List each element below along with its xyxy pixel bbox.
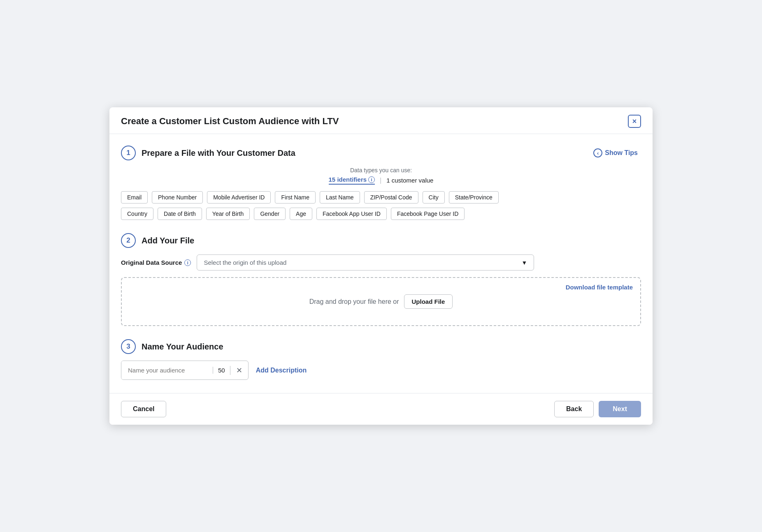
step3-section: 3 Name Your Audience 50 ✕ Add Descriptio… — [121, 339, 641, 380]
step2-section: 2 Add Your File Original Data Source i S… — [121, 233, 641, 326]
tag-item: State/Province — [449, 191, 499, 204]
next-button[interactable]: Next — [599, 401, 641, 417]
modal: Create a Customer List Custom Audience w… — [109, 107, 653, 425]
data-types-section: Data types you can use: 15 identifiers i… — [121, 167, 641, 185]
step1-section: 1 Prepare a File with Your Customer Data… — [121, 146, 641, 220]
close-button[interactable]: × — [628, 115, 641, 128]
origin-dropdown[interactable]: Select the origin of this upload ▼ — [197, 254, 534, 271]
step3-circle: 3 — [121, 339, 136, 354]
tag-item: Phone Number — [152, 191, 203, 204]
tag-item: City — [423, 191, 445, 204]
tag-item: Country — [121, 208, 153, 220]
step1-header: 1 Prepare a File with Your Customer Data… — [121, 146, 641, 160]
original-data-label: Original Data Source i — [121, 259, 191, 266]
tag-item: First Name — [275, 191, 315, 204]
tag-item: Gender — [254, 208, 286, 220]
identifiers-link[interactable]: 15 identifiers i — [329, 176, 375, 185]
step3-header: 3 Name Your Audience — [121, 339, 641, 354]
file-dropzone[interactable]: Download file template Drag and drop you… — [121, 277, 641, 326]
original-data-row: Original Data Source i Select the origin… — [121, 254, 641, 271]
tag-item: Facebook Page User ID — [391, 208, 465, 220]
customer-value-text: 1 customer value — [386, 177, 433, 184]
step1-title: Prepare a File with Your Customer Data — [142, 148, 295, 158]
data-types-label: Data types you can use: — [121, 167, 641, 173]
back-button[interactable]: Back — [554, 401, 594, 417]
original-data-info-icon: i — [184, 259, 191, 266]
step3-title: Name Your Audience — [142, 342, 223, 352]
tag-item: Mobile Advertiser ID — [207, 191, 271, 204]
modal-header: Create a Customer List Custom Audience w… — [109, 107, 653, 134]
identifiers-count-text: 15 identifiers — [329, 176, 367, 183]
origin-dropdown-text: Select the origin of this upload — [204, 259, 286, 266]
audience-name-row: 50 ✕ Add Description — [121, 361, 641, 380]
tag-item: Last Name — [320, 191, 360, 204]
upload-file-button[interactable]: Upload File — [404, 294, 453, 309]
dropdown-arrow-icon: ▼ — [522, 259, 527, 266]
show-tips-label: Show Tips — [605, 149, 638, 157]
cancel-button[interactable]: Cancel — [121, 401, 166, 417]
char-count: 50 — [213, 367, 230, 374]
audience-name-input[interactable] — [121, 361, 213, 379]
show-tips-button[interactable]: ‹ Show Tips — [590, 147, 641, 159]
step2-header: 2 Add Your File — [121, 233, 641, 248]
data-types-counts: 15 identifiers i | 1 customer value — [121, 176, 641, 185]
tag-item: Age — [290, 208, 312, 220]
tags-row-1: EmailPhone NumberMobile Advertiser IDFir… — [121, 191, 641, 204]
download-template-link[interactable]: Download file template — [566, 284, 633, 291]
drag-drop-text: Drag and drop your file here or — [309, 298, 399, 305]
tag-item: Email — [121, 191, 148, 204]
tag-item: Year of Birth — [206, 208, 250, 220]
step1-circle: 1 — [121, 146, 136, 160]
footer-right: Back Next — [554, 401, 641, 417]
divider-pipe: | — [380, 177, 381, 184]
info-icon: i — [368, 176, 375, 183]
tag-item: ZIP/Postal Code — [364, 191, 418, 204]
tag-item: Facebook App User ID — [316, 208, 387, 220]
dropzone-content: Drag and drop your file here or Upload F… — [309, 294, 453, 309]
clear-input-button[interactable]: ✕ — [230, 366, 248, 375]
audience-input-row: 50 ✕ — [121, 361, 249, 380]
step2-circle: 2 — [121, 233, 136, 248]
modal-body: 1 Prepare a File with Your Customer Data… — [109, 134, 653, 393]
tags-row-2: CountryDate of BirthYear of BirthGenderA… — [121, 208, 641, 220]
step2-title: Add Your File — [142, 236, 194, 245]
add-description-link[interactable]: Add Description — [256, 367, 307, 374]
tag-item: Date of Birth — [158, 208, 202, 220]
show-tips-icon: ‹ — [593, 148, 602, 157]
modal-footer: Cancel Back Next — [109, 393, 653, 425]
modal-title: Create a Customer List Custom Audience w… — [121, 116, 339, 127]
